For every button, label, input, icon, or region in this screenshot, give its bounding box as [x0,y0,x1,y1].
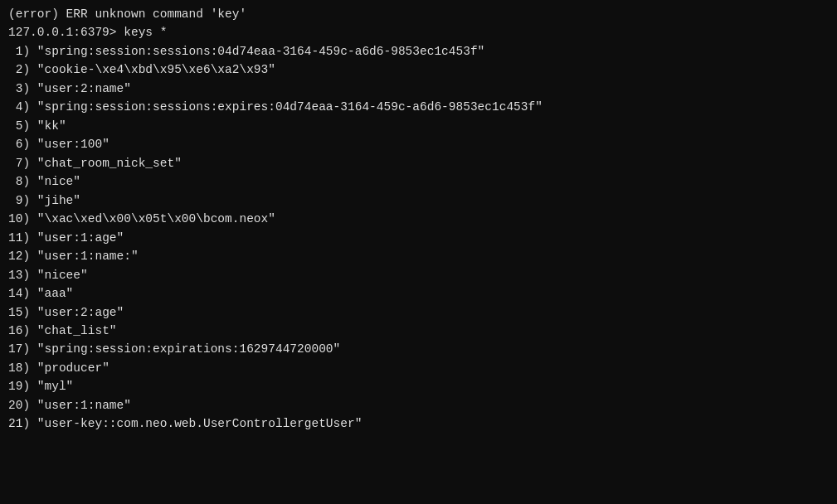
terminal-line: 8) "nice" [8,172,829,191]
terminal-line: 6) "user:100" [8,135,829,153]
terminal-line: 11) "user:1:age" [8,229,829,247]
terminal-line: (error) ERR unknown command 'key' [8,5,829,23]
terminal-line: 5) "kk" [8,117,829,135]
terminal-line: 19) "myl" [8,377,829,395]
terminal-line: 2) "cookie-\xe4\xbd\x95\xe6\xa2\x93" [8,61,829,79]
terminal-line: 16) "chat_list" [8,322,829,340]
terminal-line: 1) "spring:session:sessions:04d74eaa-316… [8,42,829,61]
terminal-line: 127.0.0.1:6379> keys * [8,23,829,41]
terminal-line: 10) "\xac\xed\x00\x05t\x00\bcom.neox" [8,210,829,228]
terminal-line: 15) "user:2:age" [8,303,829,322]
terminal-line: 14) "aaa" [8,284,829,303]
terminal-line: 17) "spring:session:expirations:16297447… [8,340,829,358]
terminal-line: 18) "producer" [8,359,829,377]
terminal-line: 4) "spring:session:sessions:expires:04d7… [8,98,829,116]
terminal-line: 21) "user-key::com.neo.web.UserControlle… [8,414,829,433]
terminal-line: 12) "user:1:name:" [8,247,829,265]
terminal-line: 20) "user:1:name" [8,396,829,414]
terminal-line: 7) "chat_room_nick_set" [8,154,829,172]
terminal-window: (error) ERR unknown command 'key'127.0.0… [0,0,837,504]
terminal-line: 3) "user:2:name" [8,80,829,98]
terminal-line: 13) "nicee" [8,266,829,284]
terminal-line: 9) "jihe" [8,191,829,210]
